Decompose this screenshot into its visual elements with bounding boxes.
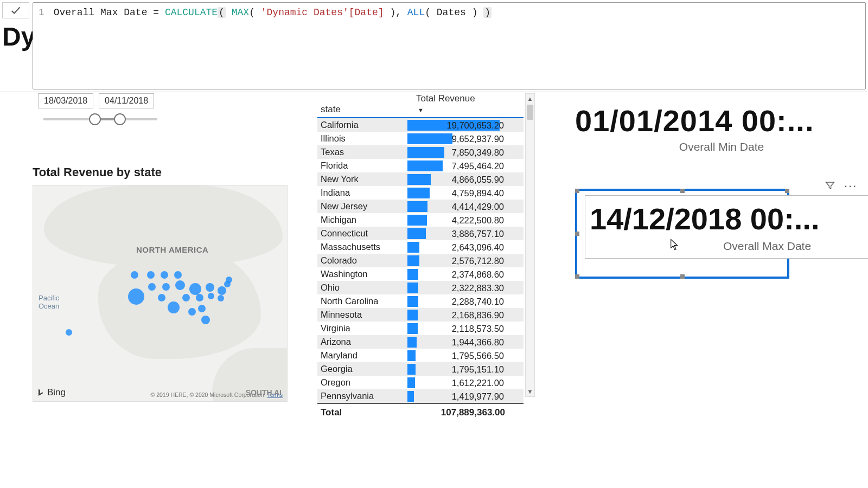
scroll-thumb[interactable] <box>527 105 533 120</box>
map-bubble[interactable] <box>162 283 170 291</box>
table-row[interactable]: New York4,866,055.90 <box>317 172 524 186</box>
table-row[interactable]: Georgia1,795,151.10 <box>317 362 524 376</box>
date-range-slicer[interactable]: 18/03/2018 04/11/2018 <box>38 93 184 120</box>
table-row[interactable]: Washington2,374,868.60 <box>317 267 524 281</box>
table-reference: Dates <box>437 7 466 18</box>
data-bar <box>407 215 427 226</box>
data-bar <box>407 391 414 402</box>
table-row[interactable]: Florida7,495,464.20 <box>317 159 524 172</box>
slicer-thumb-start[interactable] <box>89 113 101 125</box>
commit-formula-button[interactable] <box>2 2 29 18</box>
column-header-state[interactable]: state <box>321 104 413 115</box>
table-row[interactable]: Texas7,850,349.80 <box>317 145 524 159</box>
cell-state: Connecticut <box>321 228 407 239</box>
table-row[interactable]: California19,700,653.20 <box>317 118 524 132</box>
cell-revenue: 2,374,868.60 <box>407 268 505 280</box>
table-scrollbar[interactable]: ▲ ▼ <box>525 93 535 397</box>
measure-name: Overall Max Date <box>54 7 148 18</box>
cell-revenue: 4,414,429.00 <box>407 201 505 213</box>
map-label-pacific: PacificOcean <box>39 294 59 310</box>
scroll-down-icon[interactable]: ▼ <box>526 387 534 396</box>
map-body[interactable]: NORTH AMERICA SOUTH AI PacificOcean Bing <box>33 185 288 402</box>
cell-revenue: 2,288,740.10 <box>407 296 505 307</box>
cell-state: North Carolina <box>321 296 407 306</box>
map-bubble[interactable] <box>226 277 232 283</box>
map-bubble[interactable] <box>158 294 165 301</box>
table-row[interactable]: Minnesota2,168,836.90 <box>317 308 524 322</box>
map-bubble[interactable] <box>148 283 156 291</box>
table-row[interactable]: New Jersey4,414,429.00 <box>317 200 524 213</box>
table-row[interactable]: Massachusetts2,643,096.40 <box>317 240 524 254</box>
map-bubble[interactable] <box>198 305 206 312</box>
cell-revenue-value: 19,700,653.20 <box>446 120 504 131</box>
resize-handle[interactable] <box>680 274 685 279</box>
cell-revenue-value: 2,118,573.50 <box>452 323 504 334</box>
map-bubble[interactable] <box>66 329 72 336</box>
table-total-row: Total 107,889,363.00 <box>317 403 524 421</box>
cell-revenue-value: 2,288,740.10 <box>452 296 504 307</box>
revenue-table-visual[interactable]: state Total Revenue ▼ California19,700,6… <box>317 93 524 397</box>
resize-handle[interactable] <box>575 274 579 279</box>
dax-formula-editor[interactable]: 1 Overall Max Date = CALCULATE( MAX( 'Dy… <box>33 2 866 89</box>
map-bubble[interactable] <box>196 294 203 301</box>
table-row[interactable]: Indiana4,759,894.40 <box>317 186 524 200</box>
card-max-content: 14/12/2018 00:... Overall Max Date <box>585 195 868 259</box>
cell-revenue-value: 7,495,464.20 <box>452 160 504 171</box>
map-bubble[interactable] <box>182 294 190 301</box>
table-row[interactable]: Colorado2,576,712.80 <box>317 254 524 267</box>
map-bubble[interactable] <box>131 271 138 279</box>
scroll-up-icon[interactable]: ▲ <box>526 94 534 104</box>
data-bar <box>407 147 444 158</box>
fn-calculate: CALCULATE <box>165 7 218 18</box>
cell-state: Texas <box>321 147 407 157</box>
map-bubble[interactable] <box>128 288 144 305</box>
resize-handle[interactable] <box>680 189 685 193</box>
map-bubble[interactable] <box>174 271 182 279</box>
cell-revenue: 1,612,221.00 <box>407 377 505 389</box>
cell-state: Pennsylvania <box>321 391 407 401</box>
slicer-end-date[interactable]: 04/11/2018 <box>99 93 154 108</box>
map-bubble[interactable] <box>161 271 168 279</box>
slicer-start-date[interactable]: 18/03/2018 <box>38 93 93 108</box>
data-bar <box>407 228 426 239</box>
resize-handle[interactable] <box>575 232 579 236</box>
map-bubble[interactable] <box>147 271 155 279</box>
map-terms-link[interactable]: Terms <box>267 391 283 398</box>
table-row[interactable]: Michigan4,222,500.80 <box>317 213 524 227</box>
map-visual[interactable]: Total Revenue by state NORTH AMERICA SOU… <box>33 165 293 402</box>
table-row[interactable]: Oregon1,612,221.00 <box>317 376 524 389</box>
table-row[interactable]: Pennsylvania1,419,977.90 <box>317 389 524 403</box>
map-bubble[interactable] <box>201 316 210 324</box>
cell-revenue: 2,118,573.50 <box>407 323 505 335</box>
resize-handle[interactable] <box>785 189 789 193</box>
map-bubble[interactable] <box>208 293 214 299</box>
map-bubble[interactable] <box>189 283 201 295</box>
resize-handle[interactable] <box>575 189 579 193</box>
cell-state: Michigan <box>321 215 407 225</box>
cell-revenue-value: 1,419,977.90 <box>452 391 504 402</box>
map-bubble[interactable] <box>218 286 226 295</box>
cell-revenue-value: 9,652,937.90 <box>452 133 504 144</box>
cell-revenue-value: 1,944,366.80 <box>452 337 504 348</box>
table-row[interactable]: Arizona1,944,366.80 <box>317 335 524 349</box>
data-bar <box>407 323 418 334</box>
table-row[interactable]: Illinois9,652,937.90 <box>317 132 524 145</box>
cell-state: Colorado <box>321 255 407 266</box>
table-row[interactable]: Maryland1,795,566.50 <box>317 349 524 362</box>
map-bubble[interactable] <box>175 280 185 290</box>
slicer-track[interactable] <box>43 118 157 120</box>
slicer-thumb-end[interactable] <box>114 113 126 125</box>
table-row[interactable]: North Carolina2,288,740.10 <box>317 294 524 308</box>
data-bar <box>407 310 418 320</box>
map-bubble[interactable] <box>206 283 214 292</box>
map-bubble[interactable] <box>218 295 224 301</box>
table-row[interactable]: Virginia2,118,573.50 <box>317 322 524 335</box>
card-min-date[interactable]: 01/01/2014 00:... Overall Min Date <box>575 103 868 153</box>
data-bar <box>407 174 431 185</box>
map-bubble[interactable] <box>168 301 180 313</box>
column-header-revenue[interactable]: Total Revenue ▼ <box>413 93 510 115</box>
table-row[interactable]: Ohio2,322,883.30 <box>317 281 524 294</box>
map-bubble[interactable] <box>188 308 196 316</box>
card-max-date-selected[interactable]: 14/12/2018 00:... Overall Max Date <box>575 189 868 275</box>
table-row[interactable]: Connecticut3,886,757.10 <box>317 227 524 240</box>
